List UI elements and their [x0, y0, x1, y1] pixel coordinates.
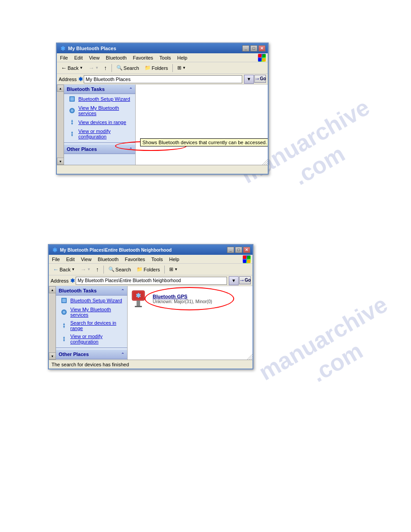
- section-collapse-2[interactable]: ⌃: [121, 288, 124, 293]
- menu-favorites-1[interactable]: Favorites: [132, 55, 154, 61]
- svg-line-25: [249, 356, 253, 360]
- svg-line-10: [266, 163, 268, 165]
- left-panel-2: Bluetooth Tasks ⌃ Bluetooth Setup Wizard: [56, 286, 128, 360]
- folders-btn-1[interactable]: 📁 Folders: [142, 64, 171, 72]
- forward-dropdown-icon-2[interactable]: ▼: [87, 267, 90, 271]
- address-input-1[interactable]: My Bluetooth Places: [84, 75, 242, 83]
- svg-point-18: [63, 311, 65, 313]
- scroll-down-btn-1[interactable]: ▼: [57, 158, 64, 165]
- section-header-places-1[interactable]: Other Places ⌃: [64, 145, 135, 154]
- maximize-btn-1[interactable]: □: [250, 45, 257, 51]
- scroll-track-1: [57, 92, 64, 158]
- view-btn-1[interactable]: ⊞ ▼: [175, 64, 188, 72]
- task-setup-wizard-2[interactable]: Bluetooth Setup Wizard: [56, 296, 127, 305]
- up-btn-1[interactable]: ↑: [102, 63, 109, 73]
- section-collapse-1[interactable]: ⌃: [129, 87, 133, 92]
- menu-view-1[interactable]: View: [88, 55, 101, 61]
- toolbar-2: ← Back ▼ → ▼ ↑ 🔍 Search 📁 Folders ⊞ ▼: [49, 264, 253, 275]
- title-bar-buttons-2: _ □ ✕: [227, 247, 250, 253]
- resize-grip-1[interactable]: [262, 159, 268, 165]
- title-bar-left-1: ✱ My Bluetooth Places: [59, 45, 116, 52]
- section-collapse-places-2[interactable]: ⌃: [121, 352, 124, 357]
- folders-btn-2[interactable]: 📁 Folders: [134, 265, 163, 274]
- menu-edit-1[interactable]: Edit: [73, 55, 84, 61]
- scroll-down-btn-2[interactable]: ▼: [49, 352, 56, 360]
- maximize-btn-2[interactable]: □: [235, 247, 242, 253]
- forward-btn-1[interactable]: → ▼: [86, 63, 101, 73]
- device-gps-item[interactable]: ✱ Bluetooth GPS Unknown: Major(31), Mino…: [128, 286, 253, 311]
- section-collapse-places-1[interactable]: ⌃: [129, 147, 133, 152]
- view-icon-2: ⊞: [169, 266, 173, 272]
- forward-btn-2[interactable]: → ▼: [78, 265, 93, 274]
- toolbar-1: ← Back ▼ → ▼ ↑ 🔍 Search 📁 Folders ⊞ ▼: [57, 62, 268, 74]
- svg-rect-3: [262, 58, 265, 61]
- back-btn-2[interactable]: ← Back ▼: [51, 265, 77, 274]
- menu-file-1[interactable]: File: [59, 55, 69, 61]
- menu-favorites-2[interactable]: Favorites: [124, 256, 146, 262]
- up-btn-2[interactable]: ↑: [94, 265, 101, 274]
- menu-help-1[interactable]: Help: [176, 55, 189, 61]
- task-setup-wizard-1[interactable]: Bluetooth Setup Wizard: [64, 94, 135, 104]
- panel-divider-2: [56, 348, 127, 348]
- menu-bluetooth-2[interactable]: Bluetooth: [96, 256, 120, 262]
- svg-rect-14: [247, 260, 250, 263]
- section-header-places-2[interactable]: Other Places ⌃: [56, 350, 127, 359]
- svg-rect-1: [262, 54, 265, 57]
- address-input-2[interactable]: My Bluetooth Places\Entire Bluetooth Nei…: [76, 277, 227, 285]
- task-icon-services-2: [60, 309, 68, 316]
- window2: ✱ My Bluetooth Places\Entire Bluetooth N…: [48, 244, 253, 369]
- vert-scroll-1[interactable]: ▲ ▼: [57, 85, 64, 165]
- menu-bluetooth-1[interactable]: Bluetooth: [104, 55, 128, 61]
- menu-tools-1[interactable]: Tools: [158, 55, 172, 61]
- resize-grip-2[interactable]: [247, 354, 253, 360]
- tooltip-1: Shows Bluetooth devices that currently c…: [140, 138, 268, 146]
- minimize-btn-2[interactable]: _: [227, 247, 234, 253]
- view-dropdown-icon-2[interactable]: ▼: [174, 267, 178, 271]
- section-header-bt-tasks-1[interactable]: Bluetooth Tasks ⌃: [64, 85, 135, 94]
- address-dropdown-1[interactable]: ▼: [244, 75, 254, 84]
- task-view-devices-1[interactable]: View devices in range: [64, 117, 135, 127]
- menu-view-2[interactable]: View: [80, 256, 93, 262]
- back-dropdown-icon-1[interactable]: ▼: [79, 66, 83, 70]
- status-bar-1: [57, 165, 268, 174]
- search-btn-1[interactable]: 🔍 Search: [114, 64, 141, 72]
- status-bar-2: The search for devices has finished: [49, 360, 253, 369]
- search-btn-2[interactable]: 🔍 Search: [106, 265, 133, 274]
- menu-edit-2[interactable]: Edit: [65, 256, 76, 262]
- minimize-btn-1[interactable]: _: [242, 45, 249, 51]
- content-1: ▲ ▼ Bluetooth Tasks ⌃ Bluetooth Setup: [57, 85, 268, 165]
- back-label-1: Back: [68, 65, 78, 71]
- section-header-bt-tasks-2[interactable]: Bluetooth Tasks ⌃: [56, 286, 127, 296]
- close-btn-1[interactable]: ✕: [258, 45, 265, 51]
- vert-scroll-2[interactable]: ▲ ▼: [49, 286, 56, 360]
- task-view-services-2[interactable]: View My Bluetooth services: [56, 305, 127, 319]
- task-view-services-1[interactable]: View My Bluetooth services: [64, 104, 135, 117]
- view-dropdown-icon-1[interactable]: ▼: [182, 66, 186, 70]
- toolbar-sep-1: [111, 64, 112, 72]
- address-bar-1: Address ✱ My Bluetooth Places ▼ → Go: [57, 74, 268, 85]
- forward-dropdown-icon-1[interactable]: ▼: [95, 66, 98, 70]
- panel-divider-1: [64, 142, 135, 143]
- close-btn-2[interactable]: ✕: [243, 247, 250, 253]
- back-dropdown-icon-2[interactable]: ▼: [71, 267, 75, 271]
- task-search-devices-2[interactable]: Search for devices in range: [56, 319, 127, 332]
- task-view-config-1[interactable]: View or modify configuration: [64, 127, 135, 141]
- title-bar-buttons-1: _ □ ✕: [242, 45, 265, 51]
- search-icon-1: 🔍: [116, 65, 123, 71]
- menu-tools-2[interactable]: Tools: [150, 256, 164, 262]
- view-btn-2[interactable]: ⊞ ▼: [167, 265, 180, 274]
- title-bar-left-2: ✱ My Bluetooth Places\Entire Bluetooth N…: [51, 246, 171, 253]
- folders-label-2: Folders: [144, 267, 160, 272]
- address-go-1[interactable]: → Go: [254, 75, 266, 83]
- svg-line-26: [251, 358, 253, 360]
- task-label-config-1: View or modify configuration: [78, 129, 131, 139]
- scroll-up-btn-1[interactable]: ▲: [57, 85, 64, 92]
- address-go-2[interactable]: → Go: [239, 276, 251, 284]
- menu-bar-2: File Edit View Bluetooth Favorites Tools…: [49, 255, 253, 264]
- menu-file-2[interactable]: File: [51, 256, 61, 262]
- scroll-up-btn-2[interactable]: ▲: [49, 286, 56, 293]
- task-view-config-2[interactable]: View or modify configuration: [56, 332, 127, 346]
- address-dropdown-2[interactable]: ▼: [229, 276, 239, 285]
- back-btn-1[interactable]: ← Back ▼: [59, 63, 85, 73]
- menu-help-2[interactable]: Help: [168, 256, 181, 262]
